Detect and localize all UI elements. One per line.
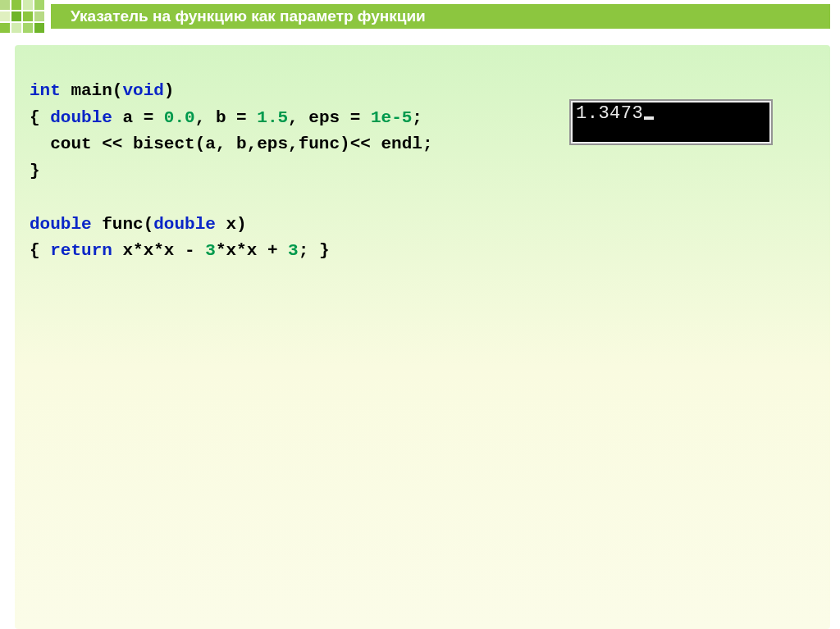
slide: Указатель на функцию как параметр функци… xyxy=(0,0,840,629)
svg-rect-9 xyxy=(11,23,21,33)
code-line-6: { return x*x*x - 3*x*x + 3; } xyxy=(30,241,330,260)
console-output: 1.3473 xyxy=(573,103,769,142)
svg-rect-0 xyxy=(0,0,10,10)
code-block: int main(void) { double a = 0.0, b = 1.5… xyxy=(30,78,432,265)
svg-rect-1 xyxy=(11,0,21,10)
console-text: 1.3473 xyxy=(576,103,643,124)
cursor-icon xyxy=(644,116,654,120)
svg-rect-11 xyxy=(34,23,44,33)
console-output-window: 1.3473 xyxy=(569,99,773,145)
svg-rect-10 xyxy=(23,23,33,33)
code-line-3: cout << bisect(a, b,eps,func)<< endl; xyxy=(30,134,432,153)
content-area: int main(void) { double a = 0.0, b = 1.5… xyxy=(15,45,830,629)
corner-decoration xyxy=(0,0,57,43)
code-line-2: { double a = 0.0, b = 1.5, eps = 1e-5; xyxy=(30,108,422,127)
svg-rect-6 xyxy=(23,11,33,21)
svg-rect-7 xyxy=(34,11,44,21)
code-line-1: int main(void) xyxy=(30,81,174,100)
slide-title: Указатель на функцию как параметр функци… xyxy=(71,7,426,25)
title-bar: Указатель на функцию как параметр функци… xyxy=(51,4,830,29)
svg-rect-8 xyxy=(0,23,10,33)
code-line-5: double func(double x) xyxy=(30,215,247,234)
svg-rect-3 xyxy=(34,0,44,10)
svg-rect-5 xyxy=(11,11,21,21)
svg-rect-4 xyxy=(0,11,10,21)
svg-rect-2 xyxy=(23,0,33,10)
code-line-4: } xyxy=(30,162,40,180)
